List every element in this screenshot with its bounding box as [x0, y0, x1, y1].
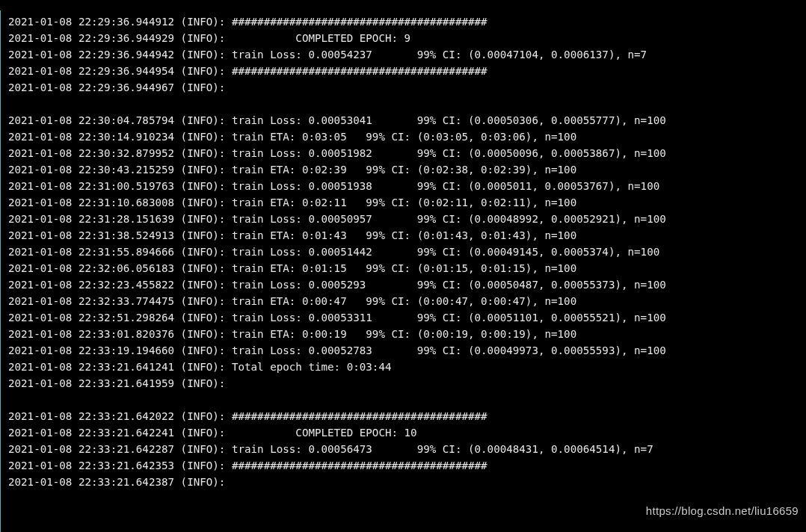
terminal-output[interactable]: 2021-01-08 22:29:36.944912 (INFO): #####… — [0, 10, 806, 532]
watermark-text: https://blog.csdn.net/liu16659 — [646, 504, 799, 517]
